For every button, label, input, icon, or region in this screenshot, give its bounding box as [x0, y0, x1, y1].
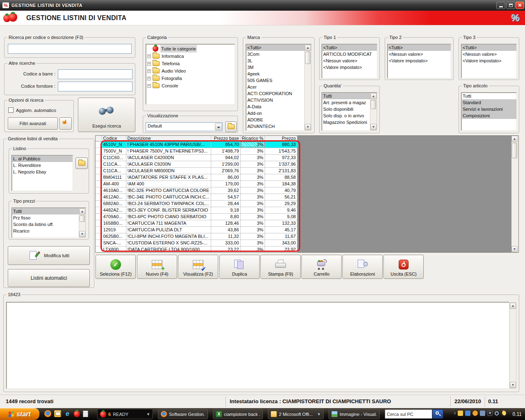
edit-all-button[interactable]: Modifica tutti — [8, 246, 90, 265]
row-selector-cell[interactable] — [96, 200, 102, 207]
cell-codice[interactable]: 4709A0... — [102, 213, 126, 220]
category-tree[interactable]: + Tutte le categorie + Informatica + Tel… — [146, 44, 235, 105]
price-type-list-item[interactable]: Ricarico — [12, 228, 86, 234]
cell-codice[interactable]: C11CA... — [102, 167, 126, 174]
row-selector-cell[interactable] — [96, 141, 102, 148]
tray-network-icon[interactable] — [465, 411, 470, 416]
price-type-list-item[interactable]: Sconto da listino uff. — [12, 221, 86, 228]
cell-descrizione[interactable]: !CLI-8PM INCHI.FOTO MAGENTA BLI... — [126, 233, 211, 240]
chevron-down-icon[interactable]: ▼ — [317, 412, 321, 416]
brand-list-item[interactable]: 3Com — [246, 51, 311, 57]
cell-ricarico[interactable]: 3% — [240, 200, 265, 207]
scroll-up-icon[interactable]: ▲ — [511, 136, 518, 142]
cell-prezzo[interactable]: 1'543,75 — [265, 148, 297, 154]
cell-prezzo[interactable]: 343,00 — [265, 240, 297, 246]
scrollbar-thumb[interactable] — [80, 215, 85, 222]
auto-lists-button[interactable]: Listini automatici — [8, 269, 90, 287]
scroll-up-icon[interactable]: ▲ — [510, 303, 516, 309]
brand-list-item[interactable]: A-Data — [246, 103, 311, 110]
restore-button[interactable] — [506, 2, 515, 9]
visualizza-button[interactable]: ✔ Visualizza (F2) — [178, 255, 218, 279]
brand-list-item[interactable]: ACTIVISION — [246, 97, 311, 103]
task-microsoft-office[interactable]: 2 Microsoft Offi... ▼ — [268, 409, 324, 419]
row-selector-cell[interactable] — [96, 174, 102, 180]
run-search-button[interactable]: Esegui ricerca — [78, 98, 135, 132]
row-selector-cell[interactable] — [96, 180, 102, 187]
cell-codice[interactable]: 0625B0... — [102, 233, 126, 240]
cell-descrizione[interactable]: ! PHASER 4510N 43PPM PAR/USB/... — [126, 141, 211, 148]
cell-codice[interactable]: LTX800 — [102, 246, 126, 253]
cell-descrizione[interactable]: !ACULASER C9200N — [126, 161, 211, 167]
cell-codice[interactable]: 4610A0... — [102, 187, 126, 194]
cell-codice[interactable]: BM04111 — [102, 174, 126, 180]
tipo1-list-item[interactable]: <Valore impostato> — [322, 64, 377, 71]
listino-folder-button[interactable] — [75, 158, 88, 169]
listino-list-item[interactable]: L. Rivenditore — [12, 162, 73, 169]
scroll-down-icon[interactable]: ▼ — [511, 246, 518, 252]
cell-prezzo-base[interactable]: 333,00 — [211, 240, 240, 246]
brand-list-item[interactable]: ADVANTECH — [246, 123, 311, 130]
task-image-viewer[interactable]: Immagine - Visual... — [329, 409, 380, 419]
brand-list-item[interactable]: 3M — [246, 64, 311, 71]
search-pc-input[interactable] — [385, 409, 432, 419]
barcode-input[interactable] — [58, 69, 132, 79]
brand-list-item[interactable]: Acer — [246, 84, 311, 90]
quantity-list-item[interactable]: Solo disp. o in arrivo — [322, 112, 377, 119]
category-tree-item[interactable]: + Console — [146, 82, 235, 89]
tipo1-listbox[interactable]: <Tutti>ARTICOLO MODIFICAT<Nessun valore>… — [322, 44, 377, 78]
category-tree-item[interactable]: + Informatica — [146, 52, 235, 60]
cell-prezzo-base[interactable]: 179,00 — [211, 180, 240, 187]
cell-prezzo-base[interactable]: 1'498,79 — [211, 148, 240, 154]
advanced-filters-button[interactable]: Filtri avanzati — [8, 117, 58, 130]
tipo2-list-item[interactable]: <Tutti> — [388, 44, 451, 51]
tray-close-icon[interactable]: ✕ — [487, 411, 493, 416]
brand-list-item[interactable]: <Tutti> — [246, 44, 311, 51]
task-ciampistore-backup[interactable]: X ciampistore back ... — [213, 409, 263, 419]
brand-list-item[interactable]: ADOBE — [246, 116, 311, 123]
cell-codice[interactable]: 6882A0... — [102, 200, 126, 207]
category-tree-item[interactable]: + Telefonia — [146, 60, 235, 67]
tipo2-list-item[interactable]: <Valore impostato> — [388, 57, 451, 64]
cell-descrizione[interactable]: !CUSTODIA ESTERNO X SNC-RZ25-... — [126, 240, 211, 246]
table-row[interactable]: C11CA... !ACULASER M8000DN 2'069,76 3% 2… — [96, 167, 297, 174]
cell-prezzo-base[interactable]: 1'299,00 — [211, 161, 240, 167]
view-folder-button[interactable] — [225, 121, 237, 132]
category-tree-item[interactable]: + Tutte le categorie — [146, 45, 235, 52]
cell-descrizione[interactable]: !DATA CARTRIDGE LTO4 800/1600 — [126, 246, 211, 253]
cell-prezzo[interactable]: 132,33 — [265, 220, 297, 226]
cell-prezzo[interactable]: 2'131,83 — [265, 167, 297, 174]
row-selector-cell[interactable] — [96, 148, 102, 154]
cell-codice[interactable]: 4482A2... — [102, 207, 126, 213]
cell-prezzo[interactable]: 9,08 — [265, 213, 297, 220]
cell-ricarico[interactable]: 3% — [240, 240, 265, 246]
cell-ricarico[interactable]: 3% — [240, 187, 265, 194]
cell-ricarico[interactable]: 3% — [240, 167, 265, 174]
close-button[interactable]: ✕ — [516, 2, 524, 9]
row-selector-cell[interactable] — [96, 167, 102, 174]
cell-codice[interactable]: 12919 — [102, 226, 126, 233]
quantity-list-item[interactable]: Magazzino Spedizioni — [322, 119, 377, 126]
advanced-filters-arrow-button[interactable] — [59, 117, 72, 130]
cell-prezzo[interactable]: 972,33 — [265, 154, 297, 161]
column-header-descrizione[interactable]: Descrizione — [126, 136, 211, 141]
cell-descrizione[interactable]: !AM 400 — [126, 180, 211, 187]
quantity-listbox[interactable]: TuttiArt. presenti a magazSolo disponibi… — [322, 92, 377, 131]
article-type-listbox[interactable]: TuttiStandardServizi e lavorazioniCompos… — [461, 92, 517, 131]
cell-ricarico[interactable]: 3% — [240, 174, 265, 180]
carrello-button[interactable]: Carrello — [301, 255, 342, 279]
grid-scrollbar[interactable]: ▲ ▼ — [511, 136, 518, 252]
cell-ricarico[interactable]: 3% — [240, 141, 265, 148]
cell-ricarico[interactable]: 3% — [240, 220, 265, 226]
minimize-button[interactable] — [496, 2, 505, 9]
tipo2-listbox[interactable]: <Tutti><Nessun valore><Valore impostato> — [387, 44, 451, 78]
table-row[interactable]: 4610A0... !BC-32E PHOTO CARTUCCIA COLORE… — [96, 187, 297, 194]
brand-list-item[interactable]: ACTI CORPORATION — [246, 90, 311, 97]
cell-prezzo[interactable]: 29,29 — [265, 200, 297, 207]
table-row[interactable]: 1658B0... !CARTUCCIA 711 MAGENTA 128,46 … — [96, 220, 297, 226]
cell-prezzo-base[interactable]: 8,80 — [211, 213, 240, 220]
table-row[interactable]: 4510V_N ! PHASER 4510N 43PPM PAR/USB/...… — [96, 141, 297, 148]
row-selector-cell[interactable] — [96, 246, 102, 253]
cell-descrizione[interactable]: !BCI-3EY CONF. BLISTER SERBATOIO — [126, 207, 211, 213]
row-selector-cell[interactable] — [96, 226, 102, 233]
tipo3-list-item[interactable]: <Tutti> — [461, 44, 516, 51]
